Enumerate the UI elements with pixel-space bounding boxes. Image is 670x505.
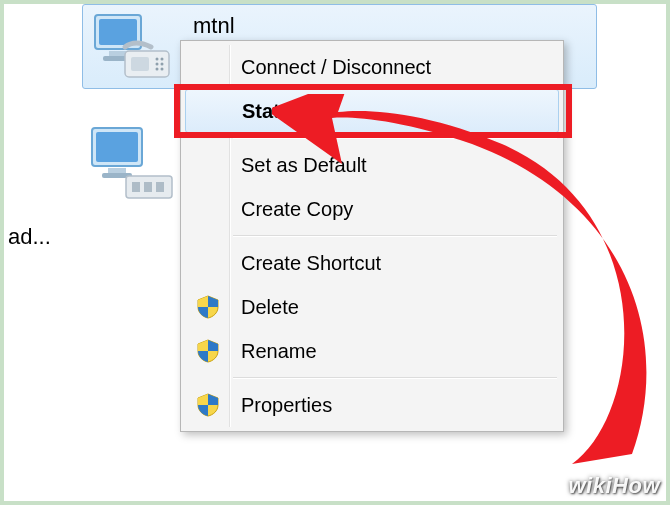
svg-rect-13 (96, 132, 138, 162)
menu-item-label: Delete (241, 296, 299, 319)
menu-item-create-shortcut[interactable]: Create Shortcut (183, 241, 561, 285)
menu-item-label: Properties (241, 394, 332, 417)
uac-shield-icon (195, 392, 221, 418)
menu-item-connect-disconnect[interactable]: Connect / Disconnect (183, 45, 561, 89)
svg-point-11 (161, 68, 164, 71)
menu-item-set-default[interactable]: Set as Default (183, 143, 561, 187)
connection-name: mtnl (193, 11, 235, 39)
connection-item[interactable] (86, 124, 176, 206)
svg-point-6 (156, 58, 159, 61)
menu-separator (233, 377, 557, 379)
menu-separator (233, 235, 557, 237)
svg-rect-19 (156, 182, 164, 192)
menu-item-label: Status (242, 100, 303, 123)
uac-shield-icon (195, 294, 221, 320)
context-menu: Connect / Disconnect Status Set as Defau… (180, 40, 564, 432)
menu-item-label: Connect / Disconnect (241, 56, 431, 79)
menu-item-rename[interactable]: Rename (183, 329, 561, 373)
svg-rect-14 (108, 168, 126, 173)
menu-item-status[interactable]: Status (185, 89, 559, 133)
uac-shield-icon (195, 338, 221, 364)
svg-point-7 (161, 58, 164, 61)
svg-point-10 (156, 68, 159, 71)
dialup-connection-icon (91, 11, 173, 83)
watermark: wikiHow (568, 473, 660, 499)
menu-item-label: Set as Default (241, 154, 367, 177)
menu-item-create-copy[interactable]: Create Copy (183, 187, 561, 231)
menu-separator (233, 137, 557, 139)
svg-rect-5 (131, 57, 149, 71)
menu-item-label: Create Shortcut (241, 252, 381, 275)
truncated-text: ad... (8, 224, 51, 250)
menu-item-properties[interactable]: Properties (183, 383, 561, 427)
menu-item-delete[interactable]: Delete (183, 285, 561, 329)
window-content: mtnl ad... Connect / Disconnect Status S (4, 4, 666, 501)
menu-item-label: Rename (241, 340, 317, 363)
svg-point-8 (156, 63, 159, 66)
svg-rect-17 (132, 182, 140, 192)
menu-item-label: Create Copy (241, 198, 353, 221)
svg-point-9 (161, 63, 164, 66)
svg-rect-18 (144, 182, 152, 192)
